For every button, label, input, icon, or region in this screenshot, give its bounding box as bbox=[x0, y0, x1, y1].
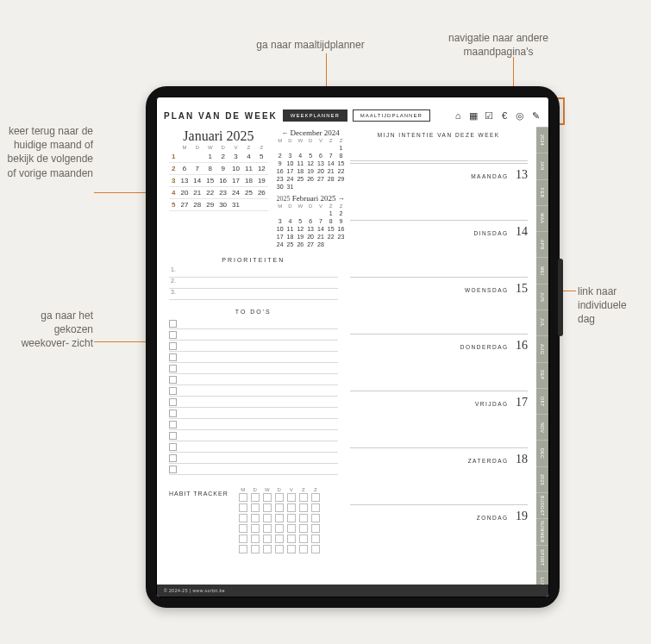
todo-line[interactable] bbox=[169, 341, 338, 352]
habit-title: HABIT TRACKER bbox=[169, 487, 228, 497]
month-tab-apr[interactable]: APR bbox=[536, 231, 548, 257]
month-tab-2024[interactable]: 2024 bbox=[536, 127, 548, 153]
page-title: PLAN VAN DE WEEK bbox=[164, 111, 278, 121]
annotation-nav-months: navigatie naar andere maandpagina's bbox=[429, 31, 567, 59]
toolbar-icons: ⌂▦☑€◎✎ bbox=[452, 109, 541, 122]
tab-maaltijdplanner[interactable]: MAALTIJDPLANNER bbox=[353, 109, 430, 122]
home-icon[interactable]: ⌂ bbox=[452, 109, 464, 122]
calendar-icon[interactable]: ▦ bbox=[467, 109, 479, 122]
day-maandag[interactable]: MAANDAG 13 bbox=[350, 163, 528, 220]
day-donderdag[interactable]: DONDERDAG 16 bbox=[350, 334, 528, 391]
month-tab-dec[interactable]: DEC bbox=[536, 440, 548, 466]
day-dinsdag[interactable]: DINSDAG 14 bbox=[350, 220, 528, 277]
priority-line[interactable]: 3. bbox=[169, 289, 338, 300]
todo-line[interactable] bbox=[169, 464, 338, 475]
target-icon[interactable]: ◎ bbox=[514, 109, 526, 122]
todo-line[interactable] bbox=[169, 397, 338, 408]
big-cal-month[interactable]: Januari 2025 bbox=[169, 128, 268, 144]
ipad-frame: PLAN VAN DE WEEK WEEKPLANNER MAALTIJDPLA… bbox=[146, 86, 560, 608]
month-tab-nummer[interactable]: NUMMER bbox=[536, 518, 548, 544]
habit-grid[interactable]: MDWDVZZ bbox=[237, 487, 322, 554]
month-tab-okt[interactable]: OKT bbox=[536, 388, 548, 414]
month-tab-nov[interactable]: NOV bbox=[536, 414, 548, 440]
month-tab-jan[interactable]: JAN bbox=[536, 153, 548, 178]
month-tab-sep[interactable]: SEP bbox=[536, 362, 548, 388]
todo-line[interactable] bbox=[169, 352, 338, 363]
page-footer: © 2024-25 | www.sorbit.be bbox=[157, 585, 548, 597]
month-tab-jul[interactable]: JUL bbox=[536, 309, 548, 335]
calendar-next[interactable]: MDWDVZZ123456789101112131415161718192021… bbox=[275, 203, 347, 248]
month-tab-feb[interactable]: FEB bbox=[536, 179, 548, 205]
annotation-week-link: ga naar het gekozen weekover- zicht bbox=[7, 309, 93, 351]
next-cal-label[interactable]: 2025 Februari 2025 → bbox=[275, 194, 347, 203]
todo-line[interactable] bbox=[169, 408, 338, 419]
day-zaterdag[interactable]: ZATERDAG 18 bbox=[350, 447, 528, 504]
stage: { "annotations": { "meal": "ga naar maal… bbox=[0, 0, 651, 644]
month-tab-sport[interactable]: SPORT bbox=[536, 545, 548, 571]
priorities-title: PRIORITEITEN bbox=[169, 257, 338, 263]
priority-line[interactable]: 2. bbox=[169, 278, 338, 289]
todo-line[interactable] bbox=[169, 419, 338, 430]
day-zondag[interactable]: ZONDAG 19 bbox=[350, 504, 528, 561]
todo-line[interactable] bbox=[169, 430, 338, 441]
todo-line[interactable] bbox=[169, 453, 338, 464]
month-tabs: 2024JANFEBMAAAPRMEIJUNJULAUGSEPOKTNOVDEC… bbox=[536, 127, 548, 597]
todo-line[interactable] bbox=[169, 374, 338, 385]
todo-line[interactable] bbox=[169, 385, 338, 397]
annotation-meal: ga naar maaltijdplanner bbox=[224, 38, 397, 52]
month-tab-aug[interactable]: AUG bbox=[536, 335, 548, 361]
month-tab-maa[interactable]: MAA bbox=[536, 205, 548, 231]
day-vrijdag[interactable]: VRIJDAG 17 bbox=[350, 391, 528, 447]
annotation-day-link: link naar individuele dag bbox=[578, 284, 647, 327]
calendar-current: MDWDVZZ112345267891011123131415161718194… bbox=[169, 144, 268, 211]
day-woensdag[interactable]: WOENSDAG 15 bbox=[350, 277, 528, 334]
prev-cal-label[interactable]: ← December 2024 bbox=[275, 128, 347, 137]
euro-icon[interactable]: € bbox=[498, 109, 510, 122]
todo-line[interactable] bbox=[169, 318, 338, 329]
intent-title: MIJN INTENTIE VAN DEZE WEEK bbox=[350, 132, 528, 161]
calendar-prev[interactable]: MDWDVZZ123456789101112131415161718192021… bbox=[275, 137, 347, 191]
todo-line[interactable] bbox=[169, 363, 338, 374]
annotation-back-month: keer terug naar de huidige maand of beki… bbox=[7, 124, 93, 180]
priority-line[interactable]: 1. bbox=[169, 266, 338, 278]
tab-weekplanner[interactable]: WEEKPLANNER bbox=[283, 109, 347, 122]
month-tab-mei[interactable]: MEI bbox=[536, 257, 548, 283]
todo-line[interactable] bbox=[169, 329, 338, 341]
check-icon[interactable]: ☑ bbox=[483, 109, 495, 122]
month-tab-2025[interactable]: 2025 bbox=[536, 466, 548, 492]
todo-line[interactable] bbox=[169, 441, 338, 453]
month-tab-budget[interactable]: BUDGET bbox=[536, 492, 548, 518]
planner-screen: PLAN VAN DE WEEK WEEKPLANNER MAALTIJDPLA… bbox=[156, 97, 549, 597]
note-icon[interactable]: ✎ bbox=[529, 109, 541, 122]
todos-title: TO DO'S bbox=[169, 309, 338, 315]
top-bar: PLAN VAN DE WEEK WEEKPLANNER MAALTIJDPLA… bbox=[157, 97, 548, 128]
month-tab-jun[interactable]: JUN bbox=[536, 284, 548, 309]
